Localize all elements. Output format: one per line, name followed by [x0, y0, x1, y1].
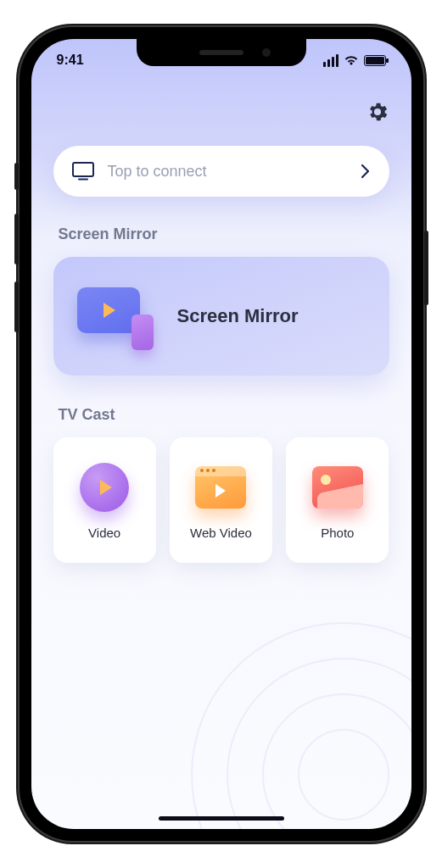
screen-mirror-card[interactable]: Screen Mirror [53, 257, 389, 376]
video-icon [78, 461, 131, 514]
side-button [14, 163, 19, 190]
volume-up-button [14, 214, 19, 264]
screen-mirror-icon [77, 282, 154, 350]
cast-photo-card[interactable]: Photo [286, 437, 389, 563]
status-time: 9:41 [57, 53, 84, 68]
home-indicator[interactable] [159, 816, 284, 821]
cast-video-card[interactable]: Video [53, 437, 156, 563]
cast-video-label: Video [88, 526, 120, 540]
svg-rect-0 [73, 163, 93, 176]
cast-webvideo-card[interactable]: Web Video [170, 437, 272, 563]
web-video-icon [194, 461, 247, 514]
connect-label: Top to connect [108, 163, 347, 181]
photo-icon [311, 461, 364, 514]
notch [137, 39, 306, 66]
power-button [424, 231, 428, 305]
chevron-right-icon [361, 164, 371, 179]
phone-frame: 9:41 Top to connect [20, 27, 423, 841]
tv-icon [72, 162, 94, 181]
wifi-icon [344, 54, 359, 66]
cast-web-label: Web Video [190, 526, 252, 540]
gear-icon[interactable] [366, 100, 389, 124]
screen-mirror-label: Screen Mirror [177, 305, 299, 327]
cast-photo-label: Photo [321, 526, 354, 540]
screen: 9:41 Top to connect [31, 39, 411, 829]
connect-button[interactable]: Top to connect [53, 146, 389, 197]
cellular-icon [323, 54, 338, 67]
volume-down-button [14, 281, 19, 332]
battery-icon [364, 55, 386, 66]
section-title-tvcast: TV Cast [59, 406, 384, 424]
section-title-mirror: Screen Mirror [59, 225, 384, 243]
